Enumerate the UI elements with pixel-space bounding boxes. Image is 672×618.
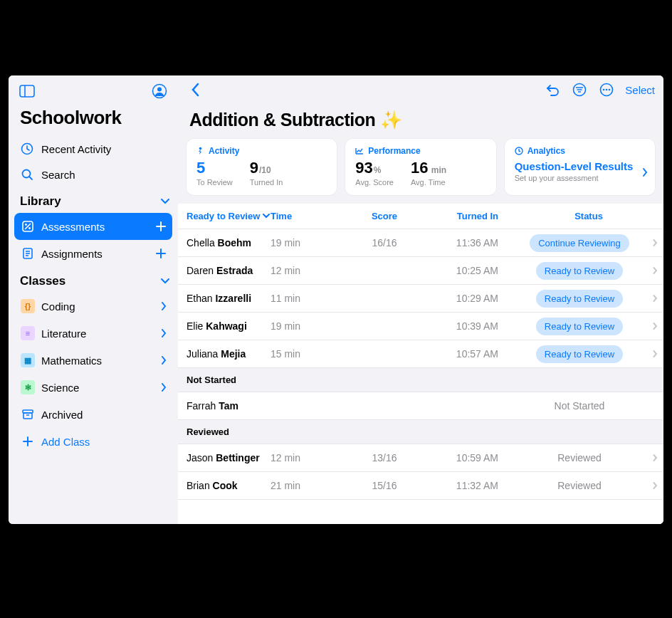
- svg-point-29: [603, 89, 605, 91]
- column-status[interactable]: Status: [535, 211, 663, 221]
- sidebar-toggle-icon[interactable]: [19, 83, 36, 100]
- time-cell: 21 min: [271, 480, 342, 491]
- undo-icon[interactable]: [544, 81, 561, 98]
- score-cell: 13/16: [342, 452, 427, 464]
- sidebar: Schoolwork Recent Activity Search Librar…: [9, 75, 178, 524]
- turned-in-cell: 10:25 AM: [427, 265, 498, 276]
- time-cell: 19 min: [271, 320, 342, 332]
- account-icon[interactable]: [151, 83, 168, 100]
- sidebar-item-label: Science: [41, 382, 161, 394]
- sidebar-item-label: Search: [41, 169, 75, 181]
- class-icon: {}: [20, 299, 36, 313]
- card-label: Analytics: [527, 146, 565, 156]
- chevron-right-icon: [646, 350, 663, 358]
- summary-cards: Activity 5 To Review 9/10 Turned In Perf…: [178, 139, 663, 204]
- plus-icon[interactable]: [155, 248, 167, 259]
- sidebar-add-class[interactable]: Add Class: [14, 428, 172, 455]
- status-pill[interactable]: Ready to Review: [536, 345, 623, 363]
- section-label: Classes: [20, 274, 65, 288]
- students-table: Ready to Review Time Score Turned In Sta…: [178, 204, 663, 524]
- status-pill[interactable]: Ready to Review: [536, 290, 623, 308]
- avg-time-label: Avg. Time: [411, 178, 446, 187]
- sidebar-class-literature[interactable]: ≡ Literature: [14, 320, 172, 347]
- clock-icon: [20, 142, 34, 155]
- student-name: Brian Cook: [178, 480, 271, 491]
- student-name: Farrah Tam: [178, 400, 271, 412]
- score-cell: 15/16: [342, 480, 427, 491]
- status-cell: Ready to Review: [518, 290, 646, 308]
- sidebar-item-label: Assignments: [41, 248, 155, 260]
- section-not-started: Not Started: [178, 368, 663, 392]
- sidebar-item-assignments[interactable]: Assignments: [14, 240, 172, 267]
- section-label: Library: [20, 194, 61, 209]
- turned-in-cell: 10:57 AM: [427, 348, 498, 360]
- classes-section-header[interactable]: Classes: [9, 267, 178, 293]
- class-icon: ▦: [20, 353, 36, 367]
- back-button[interactable]: [187, 81, 204, 98]
- svg-rect-20: [23, 413, 32, 419]
- analytics-subtitle: Set up your assessment: [515, 174, 645, 182]
- sidebar-class-science[interactable]: ✻ Science: [14, 374, 172, 401]
- score-cell: 16/16: [342, 237, 427, 248]
- svg-line-6: [29, 177, 32, 179]
- column-ready-to-review[interactable]: Ready to Review: [178, 211, 271, 221]
- column-score[interactable]: Score: [342, 211, 427, 221]
- archive-icon: [20, 408, 36, 421]
- table-row[interactable]: Chella Boehm 19 min 16/16 11:36 AM Conti…: [178, 229, 663, 257]
- column-time[interactable]: Time: [271, 211, 342, 221]
- turned-in-cell: 10:59 AM: [427, 452, 498, 464]
- sidebar-class-coding[interactable]: {} Coding: [14, 293, 172, 320]
- sidebar-search[interactable]: Search: [9, 162, 178, 187]
- time-cell: 15 min: [271, 348, 342, 360]
- performance-card[interactable]: Performance 93% Avg. Score 16 min Avg. T…: [345, 139, 495, 195]
- chevron-right-icon: [642, 167, 648, 177]
- plus-icon[interactable]: [155, 221, 167, 232]
- student-name: Juliana Mejia: [178, 348, 271, 360]
- svg-point-3: [157, 88, 162, 92]
- sidebar-item-assessments[interactable]: Assessments: [14, 213, 172, 240]
- table-row[interactable]: Brian Cook 21 min 15/16 11:32 AM Reviewe…: [178, 472, 663, 500]
- chevron-right-icon: [161, 329, 167, 337]
- sidebar-item-label: Recent Activity: [41, 143, 111, 155]
- main-toolbar: Select: [178, 75, 663, 104]
- status-cell: Continue Reviewing: [518, 234, 646, 252]
- sidebar-recent-activity[interactable]: Recent Activity: [9, 136, 178, 162]
- more-icon[interactable]: [598, 81, 615, 98]
- search-icon: [20, 168, 34, 181]
- student-name: Daren Estrada: [178, 265, 271, 276]
- sidebar-item-label: Coding: [41, 300, 161, 313]
- table-row[interactable]: Elie Kahwagi 19 min 10:39 AM Ready to Re…: [178, 313, 663, 340]
- app-window: Schoolwork Recent Activity Search Librar…: [9, 75, 663, 524]
- table-row[interactable]: Juliana Mejia 15 min 10:57 AM Ready to R…: [178, 340, 663, 368]
- analytics-card[interactable]: Analytics Question-Level Results Set up …: [505, 139, 655, 195]
- chart-icon: [355, 147, 364, 154]
- select-button[interactable]: Select: [625, 84, 655, 96]
- status-cell: Not Started: [518, 400, 646, 412]
- time-cell: 11 min: [271, 293, 342, 304]
- table-row[interactable]: Jason Bettinger 12 min 13/16 10:59 AM Re…: [178, 444, 663, 472]
- svg-point-30: [606, 89, 608, 91]
- turned-in-total: /10: [259, 165, 271, 175]
- table-row[interactable]: Ethan Izzarelli 11 min 10:29 AM Ready to…: [178, 285, 663, 313]
- sidebar-class-mathematics[interactable]: ▦ Mathematics: [14, 347, 172, 374]
- student-name: Elie Kahwagi: [178, 320, 271, 332]
- table-row[interactable]: Daren Estrada 12 min 10:25 AM Ready to R…: [178, 257, 663, 285]
- chevron-right-icon: [646, 322, 663, 330]
- document-icon: [20, 247, 36, 260]
- filter-icon[interactable]: [571, 81, 588, 98]
- app-title: Schoolwork: [9, 103, 178, 136]
- column-turned-in[interactable]: Turned In: [427, 211, 498, 221]
- chevron-right-icon: [161, 302, 167, 310]
- sidebar-item-label: Mathematics: [41, 355, 161, 367]
- chevron-right-icon: [161, 356, 167, 365]
- status-pill[interactable]: Ready to Review: [536, 262, 623, 280]
- sidebar-archived[interactable]: Archived: [14, 401, 172, 428]
- chevron-down-icon: [161, 278, 169, 284]
- status-pill[interactable]: Ready to Review: [536, 318, 623, 335]
- status-pill[interactable]: Continue Reviewing: [530, 234, 629, 252]
- table-row[interactable]: Farrah Tam Not Started: [178, 392, 663, 420]
- student-name: Jason Bettinger: [178, 452, 271, 464]
- activity-card[interactable]: Activity 5 To Review 9/10 Turned In: [187, 139, 337, 195]
- library-section-header[interactable]: Library: [9, 187, 178, 213]
- avg-score-unit: %: [374, 165, 382, 175]
